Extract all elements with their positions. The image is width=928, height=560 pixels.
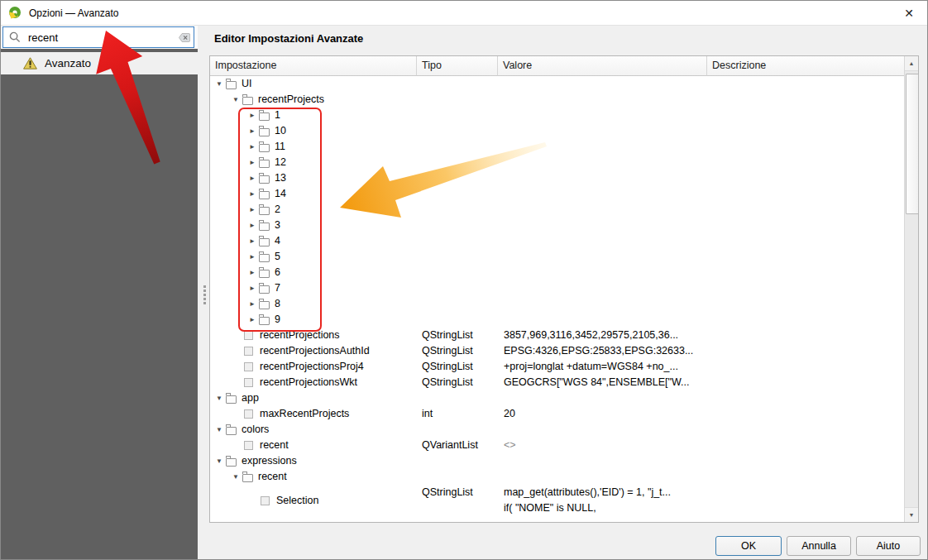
folder-icon — [259, 128, 270, 136]
expand-open-icon[interactable]: ▼ — [229, 92, 242, 108]
page-title: Editor Impostazioni Avanzate — [214, 32, 363, 45]
expand-open-icon[interactable]: ▼ — [213, 422, 226, 438]
setting-type — [417, 218, 498, 233]
tree-row[interactable]: ►6 — [210, 265, 904, 280]
setting-type — [417, 469, 498, 485]
folder-icon — [226, 395, 237, 404]
clear-search-icon[interactable] — [173, 32, 190, 43]
tree-row[interactable]: ►13 — [210, 170, 904, 186]
expand-closed-icon[interactable]: ► — [246, 108, 259, 123]
tree-row[interactable]: ►1 — [210, 108, 904, 123]
setting-checkbox-icon — [244, 347, 253, 356]
folder-icon — [259, 191, 270, 199]
tree-row[interactable]: ▼recentProjects — [210, 92, 904, 108]
tree-row[interactable]: ►11 — [210, 139, 904, 155]
setting-description — [707, 390, 904, 406]
scroll-up-icon[interactable]: ▲ — [905, 56, 918, 71]
sidebar-item-avanzato[interactable]: Avanzato — [1, 52, 198, 74]
column-header-tipo[interactable]: Tipo — [417, 56, 498, 76]
expand-open-icon[interactable]: ▼ — [213, 76, 226, 92]
tree-row[interactable]: recentProjectionsWktQStringListGEOGCRS["… — [210, 375, 904, 390]
expand-open-icon[interactable]: ▼ — [229, 469, 242, 485]
search-box[interactable] — [2, 26, 194, 48]
expand-closed-icon[interactable]: ► — [246, 312, 259, 328]
tree-row[interactable]: ►9 — [210, 312, 904, 328]
scroll-down-icon[interactable]: ▼ — [905, 507, 918, 522]
tree-row[interactable]: SelectionQStringListmap_get(attributes()… — [210, 485, 904, 516]
tree-row[interactable]: maxRecentProjectsint20 — [210, 406, 904, 422]
folder-icon — [259, 285, 270, 294]
tree-row[interactable]: ►5 — [210, 249, 904, 265]
setting-value — [498, 186, 707, 202]
setting-name: recentProjectionsWkt — [260, 375, 357, 390]
tree-row[interactable]: ►3 — [210, 218, 904, 233]
expand-closed-icon[interactable]: ► — [246, 186, 259, 202]
setting-value: EPSG:4326,EPSG:25833,EPSG:32633... — [498, 343, 707, 359]
tree-row[interactable]: ►8 — [210, 296, 904, 312]
tree-row[interactable]: ▼recent — [210, 469, 904, 485]
tree-row[interactable]: ▼colors — [210, 422, 904, 438]
setting-name: expressions — [242, 453, 297, 469]
setting-checkbox-icon — [244, 362, 253, 371]
expand-open-icon[interactable]: ▼ — [213, 390, 226, 406]
options-dialog: Opzioni — Avanzato ✕ — [0, 0, 928, 560]
expand-closed-icon[interactable]: ► — [246, 265, 259, 280]
folder-icon — [242, 97, 253, 105]
expand-closed-icon[interactable]: ► — [246, 296, 259, 312]
expand-open-icon[interactable]: ▼ — [213, 453, 226, 469]
tree-row[interactable]: ►12 — [210, 155, 904, 170]
cancel-button[interactable]: Annulla — [787, 536, 851, 556]
expand-closed-icon[interactable]: ► — [246, 170, 259, 186]
splitter-grip[interactable] — [203, 285, 206, 288]
setting-value — [498, 92, 707, 108]
setting-description — [707, 92, 904, 108]
column-header-descrizione[interactable]: Descrizione — [707, 56, 904, 76]
expand-closed-icon[interactable]: ► — [246, 123, 259, 139]
tree-row[interactable]: recentProjectionsAuthIdQStringListEPSG:4… — [210, 343, 904, 359]
setting-name: 8 — [275, 296, 280, 312]
folder-icon — [259, 254, 270, 262]
expand-closed-icon[interactable]: ► — [246, 233, 259, 249]
dialog-buttons: OK Annulla Aiuto — [715, 536, 921, 556]
column-header-impostazione[interactable]: Impostazione — [210, 56, 417, 76]
folder-icon — [259, 160, 270, 168]
setting-name: 5 — [275, 249, 280, 265]
tree-row[interactable]: ▼app — [210, 390, 904, 406]
scrollbar-thumb[interactable] — [906, 74, 919, 214]
setting-type: int — [417, 406, 498, 422]
setting-value — [498, 233, 707, 249]
tree-row[interactable]: ►4 — [210, 233, 904, 249]
setting-name: 3 — [275, 218, 280, 233]
tree-row[interactable]: ►10 — [210, 123, 904, 139]
tree-row[interactable]: ►14 — [210, 186, 904, 202]
ok-button[interactable]: OK — [715, 536, 782, 556]
sidebar-item-label: Avanzato — [45, 57, 91, 69]
tree-row[interactable]: ▼UI — [210, 76, 904, 92]
column-header-valore[interactable]: Valore — [498, 56, 707, 76]
expand-closed-icon[interactable]: ► — [246, 202, 259, 218]
help-button[interactable]: Aiuto — [856, 536, 921, 556]
vertical-scrollbar[interactable]: ▲ ▼ — [904, 56, 918, 522]
expand-closed-icon[interactable]: ► — [246, 249, 259, 265]
tree-row[interactable]: recentProjectionsQStringList3857,969,311… — [210, 328, 904, 343]
setting-checkbox-icon — [244, 331, 253, 340]
expand-closed-icon[interactable]: ► — [246, 139, 259, 155]
folder-icon — [226, 427, 237, 435]
setting-description — [707, 485, 904, 516]
tree-row[interactable]: ►7 — [210, 280, 904, 296]
setting-description — [707, 186, 904, 202]
tree-row[interactable]: recentProjectionsProj4QStringList+proj=l… — [210, 359, 904, 375]
setting-type: QStringList — [417, 375, 498, 390]
search-input[interactable] — [26, 31, 173, 45]
setting-name: 1 — [275, 108, 280, 123]
tree-row[interactable]: ▼expressions — [210, 453, 904, 469]
expand-closed-icon[interactable]: ► — [246, 280, 259, 296]
close-icon[interactable]: ✕ — [891, 1, 927, 26]
tree-row[interactable]: ►2 — [210, 202, 904, 218]
setting-description — [707, 343, 904, 359]
expand-closed-icon[interactable]: ► — [246, 155, 259, 170]
expand-closed-icon[interactable]: ► — [246, 218, 259, 233]
folder-icon — [259, 112, 270, 121]
setting-name: 11 — [275, 139, 285, 155]
tree-row[interactable]: recentQVariantList<> — [210, 438, 904, 453]
